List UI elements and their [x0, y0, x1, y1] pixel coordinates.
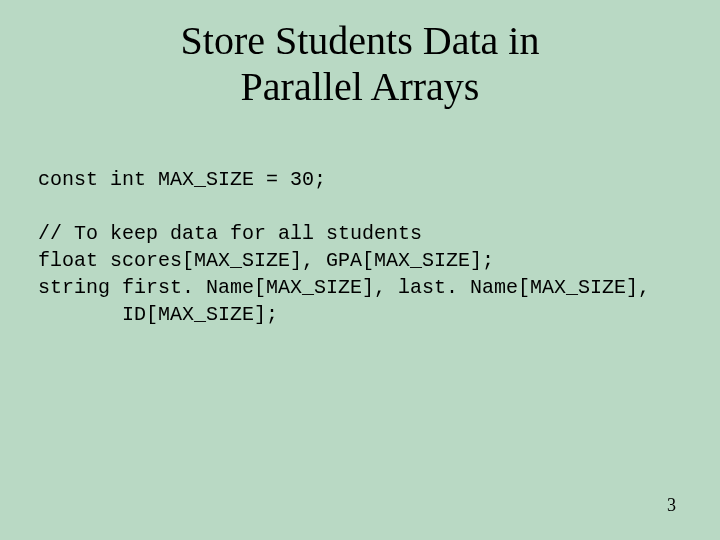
code-line: ID[MAX_SIZE]; [38, 303, 278, 326]
slide-title: Store Students Data in Parallel Arrays [0, 0, 720, 110]
title-line-1: Store Students Data in [181, 18, 540, 63]
code-line: string first. Name[MAX_SIZE], last. Name… [38, 276, 650, 299]
page-number: 3 [667, 495, 676, 516]
code-line: float scores[MAX_SIZE], GPA[MAX_SIZE]; [38, 249, 494, 272]
title-line-2: Parallel Arrays [241, 64, 480, 109]
code-line: const int MAX_SIZE = 30; [38, 168, 326, 191]
code-line: // To keep data for all students [38, 222, 422, 245]
code-block: const int MAX_SIZE = 30; // To keep data… [38, 166, 720, 328]
